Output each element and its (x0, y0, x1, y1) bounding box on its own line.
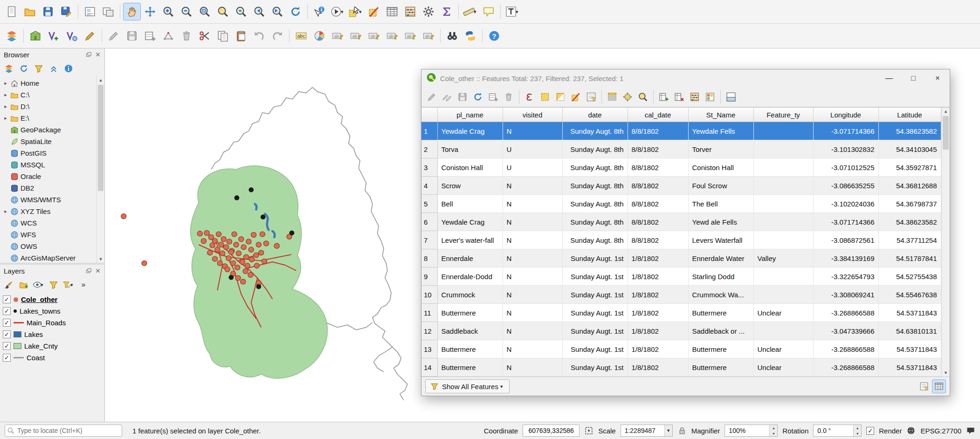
cell-cal_date[interactable]: 1/8/1802 (628, 304, 688, 322)
cell-Feature_ty[interactable] (753, 140, 813, 158)
cell-pl_name[interactable]: Bell (437, 195, 503, 213)
coordinate-input[interactable] (523, 425, 580, 437)
browser-item-oracle[interactable]: Oracle (1, 171, 97, 182)
magnifier-spinbox[interactable]: 100% ▲▼ (725, 425, 778, 437)
cell-Longitude[interactable]: -3.071714366 (813, 213, 878, 231)
attribute-table-scrollbar[interactable]: ▲ ▼ (941, 108, 950, 377)
cell-pl_name[interactable]: Buttermere (437, 340, 503, 358)
help-button[interactable]: ? (485, 27, 503, 45)
cell-Latitude[interactable]: 54.35927871 (878, 158, 941, 177)
cell-pl_name[interactable]: Lever's water-fall (437, 231, 503, 249)
table-row[interactable]: 10CrummockNSunday Augt. 1st1/8/1802Crumm… (421, 286, 941, 304)
cell-cal_date[interactable]: 8/8/1802 (628, 158, 688, 177)
filter-select-features-by-form-button[interactable] (584, 89, 599, 104)
layer-item-cole-other[interactable]: ✓Cole_other (0, 294, 104, 305)
browser-item-spatialite[interactable]: SpatiaLite (1, 136, 97, 147)
dropdown-caret-icon[interactable]: ▾ (474, 9, 478, 15)
refresh-browser-button[interactable] (17, 62, 31, 75)
cell-date[interactable]: Sunday Augt. 1st (562, 358, 628, 377)
cell-Feature_ty[interactable] (753, 213, 813, 231)
row-number-cell[interactable]: 7 (421, 231, 437, 249)
column-header-St_Name[interactable]: St_Name (688, 108, 753, 122)
browser-item-wcs[interactable]: WCS (1, 217, 97, 229)
show-layout-manager-button[interactable] (99, 3, 117, 21)
cell-Longitude[interactable]: -3.384139169 (813, 249, 878, 268)
browser-close-button[interactable] (93, 50, 103, 59)
show-properties-widget-button[interactable] (62, 62, 76, 75)
browser-item-db2[interactable]: DB2 (1, 182, 97, 194)
scroll-down-icon[interactable]: ▼ (97, 255, 104, 263)
show-hide-labels-button[interactable]: ab (365, 27, 383, 45)
cell-Feature_ty[interactable] (753, 322, 813, 340)
open-data-source-manager-button[interactable] (3, 27, 21, 45)
zoom-out-button[interactable] (178, 3, 195, 21)
column-header-pl_name[interactable]: pl_name (437, 108, 503, 122)
cell-pl_name[interactable]: Scrow (437, 177, 503, 195)
browser-item-ows[interactable]: OWS (1, 240, 97, 252)
zoom-next-button[interactable] (269, 3, 286, 21)
highlight-pinned-labels-button[interactable]: ab (329, 27, 346, 45)
browser-float-button[interactable] (84, 50, 93, 59)
cell-pl_name[interactable]: Ennerdale (437, 249, 503, 268)
collapse-all-button[interactable] (47, 62, 61, 75)
zoom-full-button[interactable] (196, 3, 214, 21)
cell-St_Name[interactable]: The Bell (688, 195, 753, 213)
cell-pl_name[interactable]: Saddleback (437, 322, 503, 340)
cell-Feature_ty[interactable]: Unclear (753, 304, 813, 322)
filter-legend-button[interactable] (47, 278, 61, 292)
row-number-cell[interactable]: 2 (421, 140, 437, 158)
move-label-button[interactable]: ab (383, 27, 401, 45)
run-feature-action-button[interactable]: ▾ (329, 3, 346, 21)
cell-visited[interactable]: N (503, 286, 562, 304)
cell-date[interactable]: Sunday Augt. 8th (562, 140, 628, 158)
change-label-button[interactable]: ab (420, 27, 437, 45)
cell-visited[interactable]: U (503, 140, 562, 158)
delete-selected-button[interactable] (178, 27, 195, 45)
cell-visited[interactable]: N (503, 177, 562, 195)
chevron-down-icon[interactable]: ▼ (664, 425, 672, 436)
move-selection-to-top-button[interactable] (605, 89, 620, 104)
cell-pl_name[interactable]: Torva (437, 140, 503, 158)
table-row[interactable]: 8EnnerdaleNSunday Augt. 1st1/8/1802Enner… (421, 249, 941, 268)
browser-item-xyz-tiles[interactable]: ▸XYZ Tiles (1, 206, 97, 217)
browser-item-wfs[interactable]: WFS (1, 229, 97, 240)
cell-Longitude[interactable]: -3.071714366 (813, 122, 878, 140)
cell-St_Name[interactable]: Buttermere (688, 358, 753, 377)
cell-Feature_ty[interactable] (753, 195, 813, 213)
cell-Latitude[interactable]: 54.52755438 (878, 268, 941, 286)
cell-date[interactable]: Sunday Augt. 8th (562, 122, 628, 140)
cell-Latitude[interactable]: 54.53711843 (878, 340, 941, 358)
cell-visited[interactable]: N (503, 268, 562, 286)
crs-label[interactable]: EPSG:27700 (920, 427, 961, 435)
cell-St_Name[interactable]: Saddleback or ... (688, 322, 753, 340)
redo-button[interactable] (269, 27, 286, 45)
new-geopackage-layer-button[interactable] (27, 27, 44, 45)
dropdown-caret-icon[interactable]: ▾ (359, 9, 363, 15)
pan-map-to-selection-button[interactable] (620, 89, 635, 104)
text-annotation-button[interactable]: ▾ (504, 3, 521, 21)
layer-visibility-checkbox[interactable]: ✓ (3, 319, 11, 327)
close-button[interactable]: × (927, 71, 948, 85)
row-number-cell[interactable]: 11 (421, 304, 437, 322)
add-feature-button[interactable] (141, 27, 159, 45)
cell-cal_date[interactable]: 1/8/1802 (628, 340, 688, 358)
cell-cal_date[interactable]: 8/8/1802 (628, 213, 688, 231)
map-tips-button[interactable] (480, 3, 497, 21)
cell-date[interactable]: Sunday Augt. 1st (562, 268, 628, 286)
select-all-button[interactable] (538, 89, 552, 104)
cell-Latitude[interactable]: 54.51787841 (878, 249, 941, 268)
zoom-last-button[interactable] (250, 3, 268, 21)
new-virtual-layer-button[interactable] (63, 27, 81, 45)
cell-visited[interactable]: N (503, 249, 562, 268)
cell-visited[interactable]: N (503, 358, 562, 377)
cell-pl_name[interactable]: Yewdale Crag (437, 122, 503, 140)
rotation-spinbox[interactable]: 0.0 ° ▲▼ (813, 425, 862, 437)
cell-date[interactable]: Sunday Augt. 1st (562, 340, 628, 358)
cell-St_Name[interactable]: Coniston Hall (688, 158, 753, 177)
cell-visited[interactable]: U (503, 158, 562, 177)
table-row[interactable]: 9Ennerdale-DoddNSunday Augt. 1st1/8/1802… (421, 268, 941, 286)
open-attribute-table-button[interactable] (383, 3, 401, 21)
row-number-cell[interactable]: 1 (421, 122, 437, 140)
scroll-up-icon[interactable]: ▲ (97, 76, 104, 84)
column-header-Feature_ty[interactable]: Feature_ty (753, 108, 813, 122)
